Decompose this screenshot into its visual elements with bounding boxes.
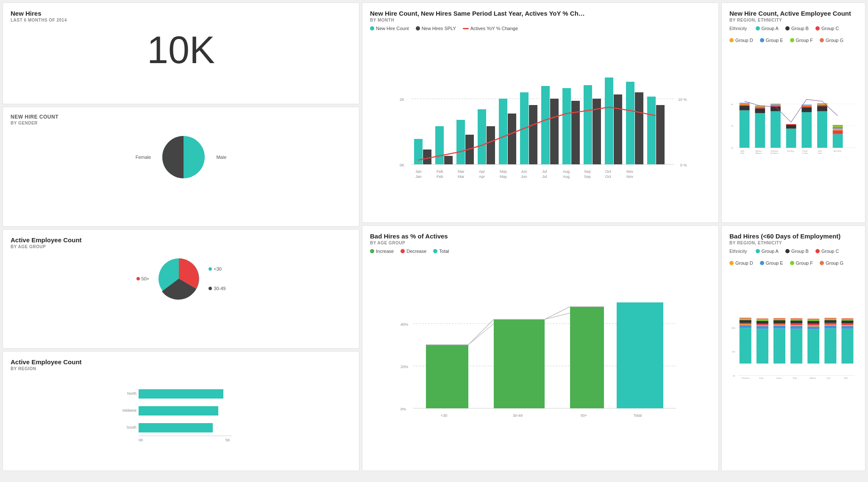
svg-rect-28 (647, 97, 656, 164)
svg-rect-63 (755, 113, 765, 148)
svg-text:May: May (500, 175, 507, 179)
age-subtitle: BY AGE GROUP (11, 244, 351, 249)
svg-line-125 (545, 313, 570, 319)
dashboard: New Hire Count, New Hires Same Period La… (0, 0, 868, 482)
svg-rect-7 (423, 150, 431, 164)
svg-rect-82 (817, 106, 827, 111)
chart3-title: New Hires (11, 10, 351, 17)
svg-rect-141 (740, 323, 751, 324)
svg-rect-183 (841, 323, 853, 325)
svg-text:Central: Central (802, 150, 808, 152)
svg-rect-89 (833, 127, 843, 128)
svg-rect-157 (773, 319, 785, 321)
svg-rect-186 (841, 318, 853, 319)
svg-text:Midwest: Midwest (810, 377, 816, 379)
legend-label-sply: New Hires SPLY (422, 26, 456, 31)
svg-rect-163 (790, 321, 802, 324)
svg-rect-81 (817, 111, 827, 148)
svg-rect-172 (807, 319, 819, 320)
svg-rect-143 (740, 319, 751, 320)
chart2-subtitle: BY REGION, ETHNICITY (729, 18, 857, 22)
svg-text:Total: Total (634, 413, 642, 418)
legend-groupE: Group E (760, 38, 783, 43)
gender-subtitle: BY GENDER (11, 121, 351, 125)
svg-rect-74 (786, 125, 796, 129)
svg-rect-126 (570, 307, 604, 408)
svg-text:2K: 2K (731, 125, 733, 127)
female-label: Female (136, 155, 151, 160)
big-number: 10K (11, 31, 351, 69)
svg-text:20%: 20% (401, 365, 408, 369)
legend-groupG: Group G (820, 38, 843, 43)
svg-rect-138 (740, 328, 751, 363)
svg-text:Oct: Oct (605, 169, 612, 174)
svg-text:Aug: Aug (563, 175, 570, 179)
age-legend-3049: 30-49 (209, 286, 225, 291)
svg-rect-151 (757, 319, 768, 320)
svg-rect-155 (773, 323, 785, 324)
svg-text:South: South (759, 377, 763, 379)
legend-label-yoy: Actives YoY % Change (470, 26, 518, 31)
age-label-50plus: 50+ (142, 276, 150, 281)
svg-rect-61 (740, 104, 750, 105)
legend-dot-increase (370, 249, 374, 253)
svg-text:0 %: 0 % (680, 163, 687, 167)
svg-text:North: North (740, 150, 744, 152)
svg-text:Jan: Jan (415, 169, 422, 174)
svg-rect-76 (801, 112, 812, 148)
svg-text:East East: East East (787, 150, 795, 152)
svg-text:0%: 0% (401, 407, 406, 411)
svg-rect-86 (833, 134, 843, 148)
svg-rect-171 (807, 320, 819, 321)
legend-decrease: Decrease (401, 249, 426, 254)
svg-text:Midwest: Midwest (756, 152, 762, 154)
svg-rect-111 (139, 423, 213, 432)
card-region-bars: Active Employee Count BY REGION North Mi… (3, 351, 359, 471)
svg-rect-147 (757, 325, 768, 326)
chart2-svg: 0K 2K 4K (729, 44, 857, 205)
svg-rect-90 (833, 126, 843, 127)
svg-rect-166 (807, 329, 819, 363)
legend-groupB: Group B (785, 26, 809, 31)
svg-text:10 %: 10 % (678, 97, 687, 102)
svg-rect-78 (801, 106, 812, 108)
svg-text:0K: 0K (400, 163, 404, 167)
legend-label-new-hire: New Hire Count (376, 26, 409, 31)
svg-rect-73 (786, 129, 796, 148)
svg-rect-87 (833, 130, 843, 134)
svg-text:North: North (127, 391, 136, 396)
chart1-subtitle: BY MONTH (370, 18, 711, 22)
svg-rect-182 (841, 325, 853, 326)
svg-rect-14 (499, 99, 507, 164)
svg-rect-20 (562, 88, 571, 164)
svg-rect-184 (841, 321, 853, 324)
svg-rect-22 (584, 85, 592, 164)
svg-text:4K: 4K (731, 103, 733, 105)
svg-text:Sep: Sep (584, 169, 591, 174)
chart2-legend: Ethnicity Group A Group B Group C Group … (729, 26, 857, 43)
svg-rect-139 (740, 325, 751, 328)
svg-text:South: South (126, 425, 136, 429)
svg-text:May: May (500, 169, 507, 174)
svg-text:0K: 0K (139, 438, 143, 442)
svg-rect-12 (478, 109, 486, 164)
legend-sply: New Hires SPLY (416, 26, 456, 31)
svg-rect-83 (817, 105, 827, 106)
svg-text:Northwest: Northwest (771, 150, 779, 152)
svg-rect-127 (617, 302, 663, 408)
svg-rect-181 (841, 326, 853, 329)
svg-rect-140 (740, 324, 751, 325)
chart3-subtitle: LAST 6 MONTHS OF 2014 (11, 18, 351, 22)
svg-text:100%: 100% (731, 327, 735, 329)
chart5-title: Bad Hires (<60 Days of Employment) (729, 233, 857, 240)
chart5-svg: 0% 50% 100% (729, 267, 857, 432)
legend-dot-decrease (401, 249, 405, 253)
svg-rect-72 (771, 104, 781, 105)
legend-groupC: Group C (815, 26, 839, 31)
svg-rect-156 (773, 320, 785, 323)
gender-title: NEW HIRE COUNT (11, 114, 351, 120)
region-bars-svg: North Midwest South 0K 5K (11, 374, 351, 442)
svg-rect-9 (444, 156, 453, 164)
svg-rect-107 (139, 389, 223, 399)
svg-rect-64 (755, 108, 765, 113)
